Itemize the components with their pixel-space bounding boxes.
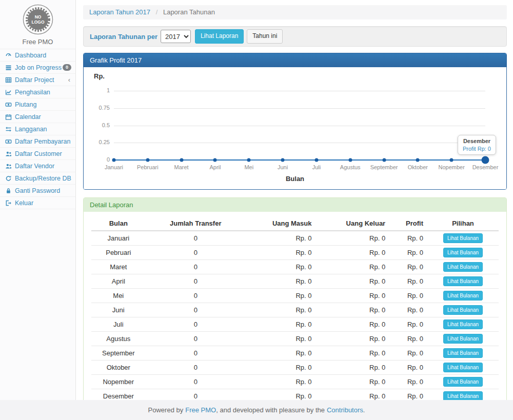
table-cell: Lihat Bulanan [427, 246, 499, 260]
sidebar-item-daftar-project[interactable]: Daftar Project ‹ [0, 74, 75, 86]
line-chart-icon [5, 89, 13, 95]
x-tick-label: Mei [244, 164, 253, 170]
footer-text-prefix: Powered by [148, 406, 184, 414]
sidebar-item-label: Langganan [15, 126, 71, 133]
contributors-link[interactable]: Contributors [327, 406, 363, 414]
lihat-bulanan-button[interactable]: Lihat Bulanan [443, 377, 483, 387]
chart-y-axis-label: Rp. [94, 72, 105, 80]
sidebar-item-langganan[interactable]: Langganan [0, 123, 75, 135]
y-tick-label: 0.5 [89, 122, 110, 128]
table-cell: Rp. 0 [389, 317, 427, 332]
table-cell: Rp. 0 [246, 375, 316, 389]
sidebar-item-label: Daftar Customer [15, 150, 71, 157]
lihat-bulanan-button[interactable]: Lihat Bulanan [443, 348, 483, 358]
table-cell: 0 [146, 274, 246, 289]
table-cell: Rp. 0 [246, 231, 316, 246]
x-tick-label: Pebruari [137, 164, 159, 170]
table-cell: Lihat Bulanan [427, 346, 499, 361]
lihat-laporan-button[interactable]: Lihat Laporan [195, 29, 244, 44]
lihat-bulanan-button[interactable]: Lihat Bulanan [443, 334, 483, 344]
lock-icon [5, 188, 13, 194]
table-cell: Rp. 0 [246, 274, 316, 289]
table-row: Oktober0Rp. 0Rp. 0Rp. 0Lihat Bulanan [91, 361, 499, 375]
sidebar-item-daftar-pembayaran[interactable]: Daftar Pembayaran [0, 135, 75, 148]
detail-table-body: Januari0Rp. 0Rp. 0Rp. 0Lihat BulananPebr… [91, 231, 499, 404]
table-icon [5, 77, 13, 83]
data-point-nopember[interactable] [450, 158, 453, 162]
table-cell: Rp. 0 [246, 303, 316, 317]
lihat-bulanan-button[interactable]: Lihat Bulanan [443, 319, 483, 329]
profit-chart: Rp. 10.750.50.250JanuariPebruariMaretApr… [84, 67, 506, 189]
column-header-profit: Profit [389, 217, 427, 231]
lihat-bulanan-button[interactable]: Lihat Bulanan [443, 363, 483, 372]
table-cell: 0 [146, 361, 246, 375]
lihat-bulanan-button[interactable]: Lihat Bulanan [443, 276, 483, 286]
table-cell: 0 [146, 332, 246, 346]
y-tick-label: 0 [89, 156, 110, 163]
table-cell: Rp. 0 [389, 375, 427, 389]
breadcrumb-link-laporan-tahun[interactable]: Laporan Tahun 2017 [89, 8, 150, 16]
table-cell: Oktober [91, 361, 146, 375]
data-point-maret[interactable] [180, 158, 183, 162]
sidebar-item-backup-restore-db[interactable]: Backup/Restore DB [0, 172, 75, 185]
table-cell: Juni [91, 303, 146, 317]
sidebar-item-keluar[interactable]: Keluar [0, 197, 75, 209]
sidebar-item-piutang[interactable]: Piutang [0, 98, 75, 111]
sidebar-item-daftar-customer[interactable]: Daftar Customer [0, 148, 75, 160]
sidebar-item-daftar-vendor[interactable]: Daftar Vendor [0, 160, 75, 172]
x-tick-label: Maret [174, 164, 189, 170]
table-cell: Rp. 0 [389, 361, 427, 375]
lihat-bulanan-button[interactable]: Lihat Bulanan [443, 305, 483, 315]
data-point-juni[interactable] [281, 158, 285, 162]
table-cell: 0 [146, 231, 246, 246]
table-row: Januari0Rp. 0Rp. 0Rp. 0Lihat Bulanan [91, 231, 499, 246]
sidebar-item-ganti-password[interactable]: Ganti Password [0, 185, 75, 197]
svg-text:LOGO: LOGO [31, 19, 44, 25]
table-cell: Lihat Bulanan [427, 274, 499, 289]
table-cell: Rp. 0 [389, 346, 427, 361]
sidebar-item-calendar[interactable]: Calendar [0, 111, 75, 123]
sidebar-item-label: Daftar Vendor [15, 163, 71, 170]
lihat-bulanan-button[interactable]: Lihat Bulanan [443, 248, 483, 257]
table-cell: Rp. 0 [389, 260, 427, 274]
data-point-januari[interactable] [112, 158, 116, 162]
data-point-mei[interactable] [247, 158, 251, 162]
lihat-bulanan-button[interactable]: Lihat Bulanan [443, 291, 483, 301]
data-point-pebruari[interactable] [146, 158, 149, 162]
sidebar-item-label: Job on Progress [15, 64, 63, 71]
column-header-bulan: Bulan [91, 217, 146, 231]
footer-text-middle: , and developed with pleasure by the [216, 406, 325, 414]
y-tick-label: 1 [89, 87, 110, 93]
x-tick-label: Juli [312, 164, 321, 170]
users-icon [5, 163, 13, 169]
sidebar-item-label: Penghasilan [15, 89, 71, 96]
data-point-agustus[interactable] [348, 158, 352, 162]
sidebar-item-dashboard[interactable]: Dashboard [0, 49, 75, 62]
data-point-september[interactable] [382, 158, 386, 162]
lihat-bulanan-button[interactable]: Lihat Bulanan [443, 262, 483, 272]
column-header-pilihan: Pilihan [427, 217, 499, 231]
year-select[interactable]: 2017 [161, 30, 191, 43]
x-tick-label: Desember [472, 164, 499, 170]
breadcrumb: Laporan Tahun 2017 / Laporan Tahunan [83, 5, 507, 19]
tahun-ini-button[interactable]: Tahun ini [247, 29, 283, 44]
x-tick-label: September [370, 164, 398, 170]
sidebar-item-label: Daftar Project [15, 76, 68, 84]
year-filter-form: Laporan Tahunan per 2017 Lihat Laporan T… [83, 26, 507, 47]
tasks-icon [5, 65, 13, 71]
main-content: Laporan Tahun 2017 / Laporan Tahunan Lap… [76, 0, 513, 400]
free-pmo-link[interactable]: Free PMO [185, 406, 216, 414]
lihat-bulanan-button[interactable]: Lihat Bulanan [443, 233, 483, 243]
table-cell: 0 [146, 260, 246, 274]
calendar-icon [5, 114, 13, 120]
table-cell: Rp. 0 [246, 332, 316, 346]
data-point-april[interactable] [213, 158, 217, 162]
page-footer: Powered by Free PMO , and developed with… [0, 400, 513, 420]
sidebar-item-job-on-progress[interactable]: Job on Progress 0 [0, 62, 75, 74]
data-point-juli[interactable] [314, 158, 318, 162]
data-point-oktober[interactable] [416, 158, 420, 162]
data-point-desember[interactable] [482, 156, 489, 164]
tooltip-month: Desember [463, 138, 491, 144]
table-cell: Rp. 0 [389, 303, 427, 317]
sidebar-item-penghasilan[interactable]: Penghasilan [0, 86, 75, 98]
